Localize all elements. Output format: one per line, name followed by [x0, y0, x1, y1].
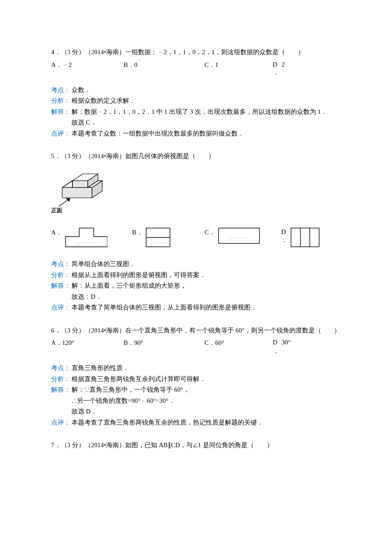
q6-kaodian: 直角三角形的性质．	[72, 363, 341, 374]
q5-kaodian: 简单组合体的三视图．	[72, 259, 341, 270]
fenxi-label: 分析：	[51, 270, 72, 281]
fenxi-label: 分析：	[51, 95, 72, 107]
q4-opt-c: C．1	[205, 60, 273, 77]
q5-jieda-l1: 解：从上面看，三个矩形组成的大矩形，	[72, 280, 341, 292]
q6-opt-c: C．60°	[205, 338, 273, 355]
svg-text:jy soc.com: jy soc.com	[77, 241, 96, 245]
jieda-label: 解答：	[51, 107, 72, 118]
q4-opt-d-dot: ．	[273, 69, 285, 77]
q4-kaodian: 众数．	[72, 85, 341, 96]
kaodian-label: 考点：	[51, 363, 72, 374]
q6-solution: 考点： 直角三角形的性质． 分析： 根据直角三角形两锐角互余列式计算即可得解． …	[51, 363, 341, 428]
q4-opt-d-val: 2	[282, 61, 285, 69]
q4-opt-a: A．﹣2	[51, 60, 124, 77]
q5-jieda-l2: 故选：D．	[72, 292, 341, 303]
kaodian-label: 考点：	[51, 259, 72, 270]
q6-jieda-l2: ∴另一个锐角的度数=90°﹣60°=30°．	[72, 396, 341, 407]
q5-opt-c-figure: jyooc.com	[218, 227, 260, 248]
svg-marker-2	[72, 181, 88, 188]
q5-opt-b: B． jyooc.com	[132, 227, 205, 251]
q7-stem: 7．（3 分）（2014•海南）如图，已知 AB∥CD，与∠1 是同位角的角是（…	[51, 440, 341, 451]
q6-opt-d: D 30° ．	[273, 338, 291, 355]
q5-opt-d-figure	[290, 227, 320, 251]
q6-opt-b: B．90°	[124, 338, 205, 355]
q5-opt-d: D ．	[281, 227, 320, 251]
q6-opt-d-val: 30°	[282, 338, 291, 347]
q4-solution: 考点： 众数． 分析： 根据众数的定义求解． 解答： 解：数据﹣2，1，1，0，…	[51, 85, 341, 139]
fenxi-label: 分析：	[51, 374, 72, 385]
dianping-label: 点评：	[51, 417, 72, 428]
svg-text:jyooc.com: jyooc.com	[149, 241, 167, 245]
q6-fenxi: 根据直角三角形两锐角互余列式计算即可得解．	[72, 374, 341, 385]
svg-text:jyooc.com: jyooc.com	[229, 236, 247, 240]
q5-opt-c-letter: C．	[205, 227, 218, 238]
q5-opt-a-figure: jy soc.com	[65, 227, 107, 251]
q5-stem: 5．（3 分）（2014•海南）如图几何体的俯视图是（ ）	[51, 151, 341, 162]
q5-solution: 考点： 简单组合体的三视图． 分析： 根据从上面看得到的图形是俯视图，可得答案．…	[51, 259, 341, 313]
q6-stem: 6．（3 分）（2014•海南）在一个直角三角形中，有一个锐角等于 60°，则另…	[51, 325, 341, 336]
q5-dianping: 本题考查了简单组合体的三视图，从上面看得到的图形是俯视图．	[72, 302, 341, 313]
q5-opt-a-letter: A．	[51, 227, 65, 238]
q5-figure: 正面	[51, 165, 341, 224]
q6-opt-a: A．120°	[51, 338, 124, 355]
jieda-label: 解答：	[51, 280, 72, 292]
q5-opt-b-letter: B．	[132, 227, 145, 238]
dianping-label: 点评：	[51, 302, 72, 313]
q4-jieda-l1: 解：数据﹣2，1，1，0，2，1 中 1 出现了 3 次，出现次数最多，所以这组…	[72, 107, 341, 118]
q6-jieda-l3: 故选 D．	[72, 406, 341, 417]
q4-dianping: 本题考查了众数：一组数据中出现次数最多的数据叫做众数．	[72, 128, 341, 139]
q4-stem: 4．（3 分）（2014•海南）一组数据：﹣2，1，1，0，2，1，则这组数据的…	[51, 47, 341, 58]
kaodian-label: 考点：	[51, 85, 72, 96]
q5-fenxi: 根据从上面看得到的图形是俯视图，可得答案．	[72, 270, 341, 281]
q6-opt-d-dot: ．	[273, 347, 291, 356]
q4-opt-b: B．0	[124, 60, 205, 77]
q6-jieda-l1: 解：∵直角三角形中，一个锐角等于 60°，	[72, 384, 341, 396]
q4-opt-d-letter: D	[273, 61, 277, 69]
svg-marker-5	[62, 188, 92, 198]
q4-jieda-l2: 故选 C．	[72, 117, 341, 128]
svg-rect-15	[291, 228, 319, 247]
q5-opt-c: C． jyooc.com	[205, 227, 281, 248]
q5-options: A． jy soc.com B． jyooc.com C．	[51, 227, 341, 251]
q6-opt-d-letter: D	[273, 338, 277, 347]
q6-options: A．120° B．90° C．60° D 30° ．	[51, 338, 341, 355]
q5-front-label: 正面	[51, 207, 62, 214]
q5-opt-d-letter: D	[281, 228, 288, 237]
q6-dianping: 本题考查了直角三角形两锐角互余的性质，熟记性质是解题的关键．	[72, 417, 341, 428]
q4-options: A．﹣2 B．0 C．1 D 2 ．	[51, 60, 341, 77]
q4-opt-d: D 2 ．	[273, 60, 285, 77]
q4-fenxi: 根据众数的定义求解．	[72, 95, 341, 107]
q5-opt-d-dot: ．	[281, 236, 288, 245]
q5-opt-a: A． jy soc.com	[51, 227, 132, 251]
dianping-label: 点评：	[51, 128, 72, 139]
jieda-label: 解答：	[51, 384, 72, 396]
q5-opt-b-figure: jyooc.com	[145, 227, 171, 251]
